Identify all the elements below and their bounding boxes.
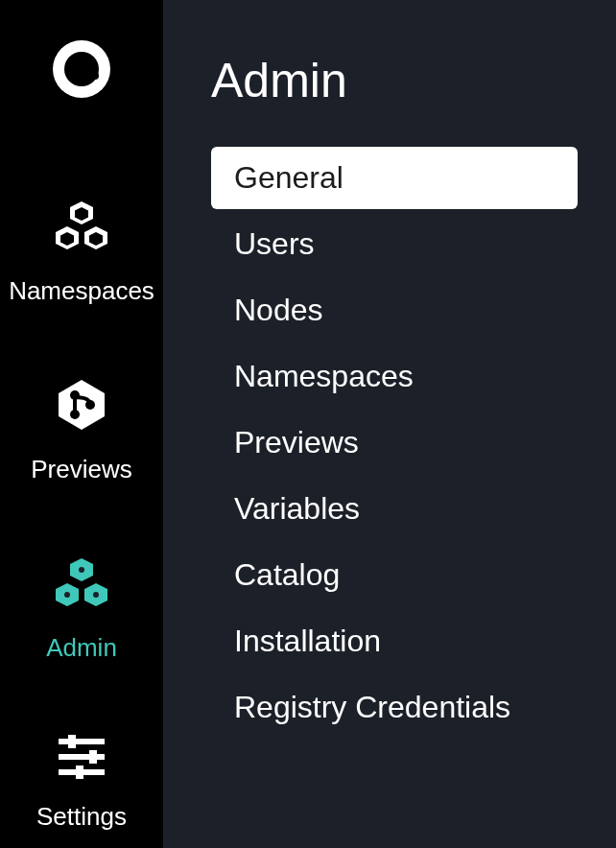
svg-rect-10 <box>59 739 105 744</box>
logo[interactable] <box>51 38 112 104</box>
svg-rect-12 <box>59 754 105 760</box>
menu-item-installation[interactable]: Installation <box>211 610 578 672</box>
svg-rect-13 <box>89 750 97 764</box>
hexagons-icon <box>53 556 110 614</box>
sidebar-item-settings[interactable]: Settings <box>0 735 163 832</box>
menu-item-catalog[interactable]: Catalog <box>211 544 578 606</box>
sidebar-item-label: Previews <box>31 455 131 484</box>
sidebar-item-admin[interactable]: Admin <box>0 556 163 663</box>
svg-point-1 <box>64 52 99 86</box>
menu-item-users[interactable]: Users <box>211 213 578 275</box>
menu-item-registry-credentials[interactable]: Registry Credentials <box>211 676 578 739</box>
sidebar: Namespaces Previews Ad <box>0 0 163 848</box>
sliders-icon <box>55 735 108 783</box>
sidebar-item-label: Admin <box>46 633 117 663</box>
svg-point-2 <box>91 72 99 80</box>
sidebar-item-previews[interactable]: Previews <box>0 378 163 484</box>
sidebar-item-label: Settings <box>36 802 127 832</box>
svg-point-8 <box>64 592 70 598</box>
svg-rect-15 <box>76 766 83 779</box>
content-area: Admin General Users Nodes Namespaces Pre… <box>163 0 616 848</box>
menu-item-previews[interactable]: Previews <box>211 412 578 474</box>
menu-item-general[interactable]: General <box>211 147 578 209</box>
sidebar-item-label: Namespaces <box>9 276 154 306</box>
menu-item-nodes[interactable]: Nodes <box>211 279 578 342</box>
svg-point-9 <box>93 592 99 598</box>
git-branch-icon <box>54 378 109 436</box>
hexagons-icon <box>53 200 110 257</box>
svg-point-7 <box>79 567 84 573</box>
menu-item-variables[interactable]: Variables <box>211 478 578 540</box>
admin-menu: General Users Nodes Namespaces Previews … <box>211 147 578 742</box>
page-title: Admin <box>211 53 578 108</box>
svg-rect-11 <box>68 735 76 748</box>
menu-item-namespaces[interactable]: Namespaces <box>211 345 578 408</box>
logo-icon <box>51 38 112 100</box>
sidebar-item-namespaces[interactable]: Namespaces <box>0 200 163 306</box>
